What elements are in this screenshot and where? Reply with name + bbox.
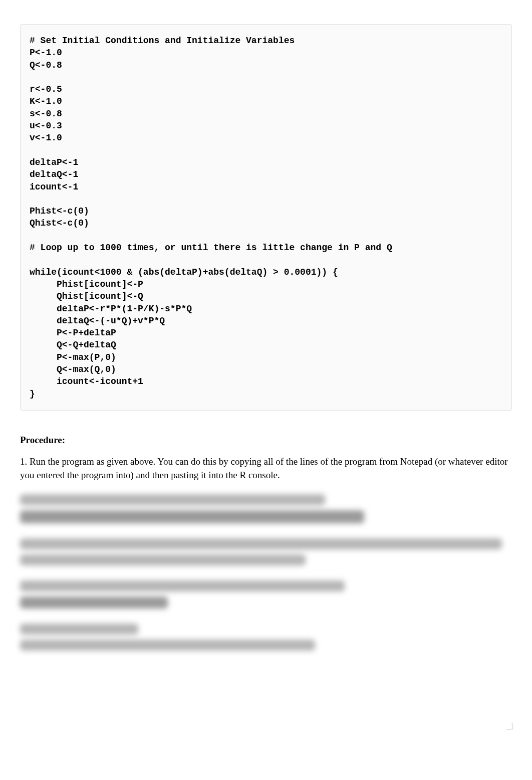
procedure-step-1: 1. Run the program as given above. You c… xyxy=(20,455,512,482)
code-block: # Set Initial Conditions and Initialize … xyxy=(20,24,512,411)
redacted-content xyxy=(20,494,512,651)
procedure-heading: Procedure: xyxy=(20,435,512,446)
